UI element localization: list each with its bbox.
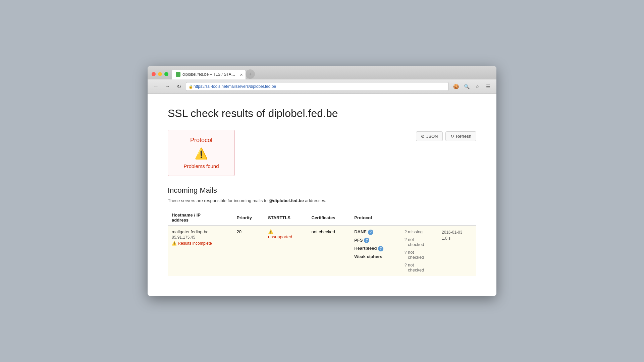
protocol-card-title: Protocol [178,137,224,144]
json-icon: ⊙ [421,134,425,139]
incomplete-text: Results incomplete [178,241,212,246]
back-button[interactable]: ← [152,82,160,91]
heartbleed-label: Heartbleed [354,246,377,251]
pfs-value-text: notchecked [408,237,424,247]
heartbleed-value-text: notchecked [408,250,424,260]
weak-ciphers-value-text: notchecked [408,262,424,273]
protocol-section: DANE ? PFS ? Heartbleed ? [354,229,396,259]
reload-button[interactable]: ↻ [174,82,183,91]
bookmark-button[interactable]: ☆ [473,82,482,91]
json-label: JSON [426,134,438,139]
pfs-help-icon[interactable]: ? [364,238,369,243]
starttls-status: unsupported [268,234,292,239]
section-desc-domain: @diplobel.fed.be [269,198,304,203]
table-header: Hostname / IPaddress Priority STARTTLS C… [168,210,476,226]
mail-table: Hostname / IPaddress Priority STARTTLS C… [168,210,476,276]
dane-value-text: missing [408,229,423,234]
pfs-label-row: PFS ? [354,238,396,243]
weak-ciphers-value: ? notchecked [405,262,434,273]
starttls-warning: ⚠️ unsupported [268,229,304,239]
weak-ciphers-label: Weak ciphers [354,254,382,259]
pfs-value: ? notchecked [405,237,434,247]
minimize-button[interactable] [158,72,162,76]
cell-starttls: ⚠️ unsupported [264,226,308,276]
starttls-warning-icon: ⚠️ [268,229,273,234]
ssl-lock-icon: 🔒 [189,84,193,89]
question-icon-dane: ? [405,229,407,234]
menu-button[interactable]: ☰ [484,82,492,91]
col-priority: Priority [232,210,264,226]
cell-certificates: not checked [308,226,351,276]
section-desc-suffix: addresses. [304,198,326,203]
weak-ciphers-label-row: Weak ciphers [354,254,396,259]
heartbleed-label-row: Heartbleed ? [354,246,396,251]
browser-tab[interactable]: diplobel.fed.be – TLS / STA… ✕ [172,70,246,79]
extensions-button[interactable]: 🍪 [451,82,460,91]
table-row: mailgater.fediap.be 85.91.175.45 ⚠️ Resu… [168,226,476,276]
address-input[interactable] [186,82,449,91]
page-title: SSL check results of diplobel.fed.be [168,107,476,120]
address-bar-wrapper: 🔒 [186,82,449,91]
col-values [400,210,438,226]
forward-button[interactable]: → [163,82,172,91]
refresh-label: Refresh [456,134,471,139]
refresh-icon: ↻ [450,134,454,139]
col-protocol: Protocol [350,210,400,226]
warning-triangle-icon: ⚠️ [178,147,224,160]
heartbleed-value: ? notchecked [405,250,434,260]
tab-close-icon[interactable]: ✕ [240,72,243,77]
protocol-values-section: ? missing ? notchecked ? notchecked [405,229,434,273]
col-hostname: Hostname / IPaddress [168,210,232,226]
page-content: SSL check results of diplobel.fed.be Pro… [148,94,496,296]
cell-priority: 20 [232,226,264,276]
toolbar-icons: 🍪 🔍 ☆ ☰ [451,82,492,91]
json-button[interactable]: ⊙ JSON [416,131,443,141]
date-text: 2016-01-03 [442,230,462,235]
results-incomplete: ⚠️ Results incomplete [172,241,228,246]
duration-text: 1.0 s [442,236,450,241]
tab-favicon [176,72,180,77]
section-description: These servers are responsible for incomi… [168,198,476,203]
hostname-text: mailgater.fediap.be [172,229,228,234]
close-button[interactable] [152,72,156,76]
col-starttls: STARTTLS [264,210,308,226]
cell-date: 2016-01-03 1.0 s [438,226,476,276]
browser-window: diplobel.fed.be – TLS / STA… ✕ + ← → ↻ 🔒… [148,66,496,296]
search-button[interactable]: 🔍 [462,82,471,91]
dane-value: ? missing [405,229,434,234]
col-date [438,210,476,226]
tab-title: diplobel.fed.be – TLS / STA… [182,72,235,77]
table-body: mailgater.fediap.be 85.91.175.45 ⚠️ Resu… [168,226,476,276]
protocol-card: Protocol ⚠️ Problems found [168,130,235,176]
date-value: 2016-01-03 1.0 s [442,229,472,241]
section-title: Incoming Mails [168,186,476,195]
question-icon-weak: ? [405,262,407,267]
title-bar: diplobel.fed.be – TLS / STA… ✕ + [148,66,496,79]
col-certificates: Certificates [308,210,351,226]
refresh-button[interactable]: ↻ Refresh [445,131,476,141]
cert-status: not checked [312,229,335,234]
new-tab-button[interactable]: + [246,69,255,79]
cell-protocol-labels: DANE ? PFS ? Heartbleed ? [350,226,400,276]
question-icon-pfs: ? [405,237,407,242]
dane-label-row: DANE ? [354,229,396,235]
dane-help-icon[interactable]: ? [368,230,373,235]
action-buttons: ⊙ JSON ↻ Refresh [416,131,476,141]
heartbleed-help-icon[interactable]: ? [378,246,383,251]
maximize-button[interactable] [164,72,168,76]
top-row: Protocol ⚠️ Problems found ⊙ JSON ↻ Refr… [168,130,476,176]
ip-address-text: 85.91.175.45 [172,235,228,240]
toolbar: ← → ↻ 🔒 🍪 🔍 ☆ ☰ [148,79,496,94]
question-icon-heartbleed: ? [405,250,407,255]
cell-protocol-values: ? missing ? notchecked ? notchecked [400,226,438,276]
dane-label: DANE [354,229,367,234]
pfs-label: PFS [354,238,363,243]
section-desc-prefix: These servers are responsible for incomi… [168,198,269,203]
warning-icon-small: ⚠️ [172,241,177,246]
protocol-card-status: Problems found [178,163,224,169]
cell-hostname: mailgater.fediap.be 85.91.175.45 ⚠️ Resu… [168,226,232,276]
priority-value: 20 [236,229,241,234]
window-controls [152,72,168,79]
